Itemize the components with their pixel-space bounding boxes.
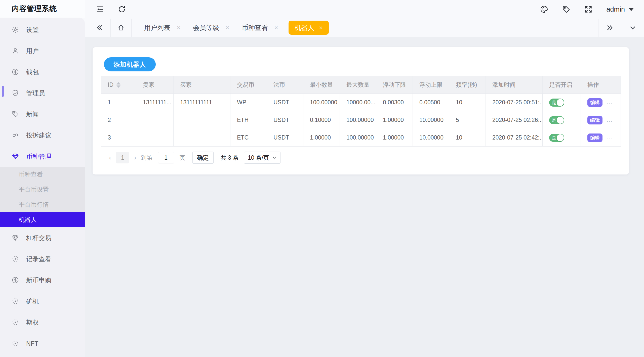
total-count: 共 3 条 — [221, 154, 239, 162]
theme-palette-icon[interactable] — [540, 5, 548, 14]
sidebar-item-coin-view[interactable]: 币种查看 — [0, 167, 85, 182]
confirm-button[interactable]: 确定 — [192, 152, 214, 164]
edit-button[interactable]: 编辑 — [587, 98, 602, 107]
column-header-float-min: 浮动下限 — [376, 76, 413, 94]
column-header-coin: 交易币 — [230, 76, 267, 94]
user-menu[interactable]: admin — [606, 6, 634, 13]
clock-icon — [12, 340, 19, 347]
wallet-icon — [12, 276, 19, 284]
sidebar-item-label: 投拆建议 — [26, 131, 51, 140]
enabled-toggle[interactable]: 是 — [549, 116, 564, 124]
next-page-icon[interactable]: › — [132, 154, 138, 161]
main-content: 添加机器人 ID 卖家 买家 — [85, 37, 644, 357]
tabs-menu-chevron-icon[interactable] — [629, 24, 636, 31]
robot-table: ID 卖家 买家 交易币 法币 最小数量 最大数量 浮动下限 浮动上限 频率(秒… — [101, 76, 621, 147]
sidebar-item-news[interactable]: 新闻 — [0, 104, 85, 125]
cell-actions: 编辑 ... — [581, 111, 621, 129]
cell-time: 2020-07-25 02:26:... — [486, 111, 543, 129]
sidebar-item-settings[interactable]: 设置 — [0, 19, 85, 40]
sidebar-item-nft[interactable]: NFT — [0, 333, 85, 354]
column-header-min: 最小数量 — [303, 76, 340, 94]
sidebar-item-coin-management[interactable]: 币种管理 — [0, 146, 85, 167]
cell-time: 2020-07-25 02:42:... — [486, 129, 543, 147]
close-icon[interactable]: × — [274, 24, 278, 31]
close-icon[interactable]: × — [319, 24, 323, 31]
page-size-select[interactable]: 10 条/页 — [244, 152, 280, 164]
submenu-item-label: 平台币设置 — [19, 186, 49, 194]
sidebar-item-platform-coin-settings[interactable]: 平台币设置 — [0, 182, 85, 197]
collapse-sidebar-icon[interactable] — [96, 5, 104, 14]
enabled-toggle[interactable]: 是 — [549, 134, 564, 142]
scroll-tabs-right-icon[interactable] — [606, 24, 614, 31]
cell-min: 0.10000 — [303, 111, 340, 129]
cell-time: 2020-07-25 00:51:... — [486, 94, 543, 111]
sidebar-item-records[interactable]: 记录查看 — [0, 248, 85, 270]
cell-id: 3 — [101, 129, 136, 147]
cell-max: 100.00000 — [340, 129, 376, 147]
cell-seller — [136, 111, 174, 129]
cell-fiat: USDT — [267, 129, 303, 147]
edit-button[interactable]: 编辑 — [587, 133, 602, 142]
close-icon[interactable]: × — [177, 24, 180, 31]
submenu-item-label: 机器人 — [19, 216, 37, 224]
link-icon — [12, 131, 19, 139]
goto-label: 到第 — [141, 154, 152, 162]
tab-member-level[interactable]: 会员等级 × — [193, 23, 229, 32]
sidebar-item-label: 管理员 — [26, 89, 45, 97]
sidebar-item-robot[interactable]: 机器人 — [0, 212, 85, 227]
column-header-seller: 卖家 — [136, 76, 174, 94]
gem-icon — [12, 234, 19, 242]
sidebar-item-wallet[interactable]: 钱包 — [0, 61, 85, 82]
tab-robot[interactable]: 机器人 × — [289, 21, 329, 35]
cell-coin: ETH — [230, 111, 267, 129]
home-icon[interactable] — [117, 24, 125, 31]
cell-enabled: 是 — [543, 94, 581, 111]
close-icon[interactable]: × — [226, 24, 229, 31]
user-icon — [12, 47, 19, 55]
fullscreen-icon[interactable] — [584, 5, 593, 14]
sidebar-item-platform-coin-market[interactable]: 平台币行情 — [0, 197, 85, 212]
gem-icon — [12, 153, 19, 160]
page-number-button[interactable]: 1 — [116, 152, 129, 163]
scroll-tabs-left-icon[interactable] — [96, 24, 103, 31]
sidebar-item-users[interactable]: 用户 — [0, 40, 85, 61]
sidebar-item-label: NFT — [26, 340, 38, 347]
add-robot-button[interactable]: 添加机器人 — [104, 57, 156, 71]
more-actions: ... — [607, 134, 613, 141]
sidebar-item-label: 钱包 — [26, 68, 39, 76]
sidebar-item-leverage-trade[interactable]: 杠杆交易 — [0, 227, 85, 248]
user-name: admin — [606, 6, 625, 13]
sidebar-item-options[interactable]: 期权 — [0, 312, 85, 333]
refresh-icon[interactable] — [117, 5, 126, 14]
chevron-down-icon — [628, 8, 634, 11]
page-input[interactable] — [158, 152, 174, 163]
tab-user-list[interactable]: 用户列表 × — [144, 23, 180, 32]
prev-page-icon[interactable]: ‹ — [107, 154, 113, 161]
column-header-enabled: 是否开启 — [543, 76, 581, 94]
sidebar-item-miner[interactable]: 矿机 — [0, 291, 85, 312]
tab-coin-view[interactable]: 币种查看 × — [242, 23, 278, 32]
sidebar-item-admin[interactable]: 管理员 — [0, 82, 85, 104]
toggle-knob — [557, 99, 564, 106]
sidebar-item-new-coin-subscribe[interactable]: 新币申购 — [0, 270, 85, 291]
robot-card: 添加机器人 ID 卖家 买家 — [93, 47, 629, 174]
enabled-toggle[interactable]: 是 — [549, 99, 564, 107]
sidebar-item-feedback[interactable]: 投拆建议 — [0, 125, 85, 146]
cell-float-max: 10.00000 — [413, 129, 449, 147]
column-header-float-max: 浮动上限 — [413, 76, 449, 94]
edit-button[interactable]: 编辑 — [587, 116, 602, 124]
coin-management-submenu: 币种查看 平台币设置 平台币行情 机器人 — [0, 167, 85, 227]
cell-seller: 13111111... — [136, 94, 174, 111]
cell-id: 2 — [101, 111, 136, 129]
column-header-actions: 操作 — [581, 76, 621, 94]
tag-icon[interactable] — [562, 5, 571, 14]
cell-buyer — [174, 129, 230, 147]
app-title: 内容管理系统 — [12, 4, 57, 14]
cell-actions: 编辑 ... — [581, 129, 621, 147]
column-header-id[interactable]: ID — [101, 76, 136, 94]
sidebar-item-label: 设置 — [26, 26, 39, 34]
table-row: 2 ETH USDT 0.10000 100.00000 1.00000 10.… — [101, 111, 621, 129]
sidebar-scrollbar[interactable] — [2, 86, 4, 97]
sort-icon[interactable] — [116, 82, 120, 88]
cell-seller — [136, 129, 174, 147]
